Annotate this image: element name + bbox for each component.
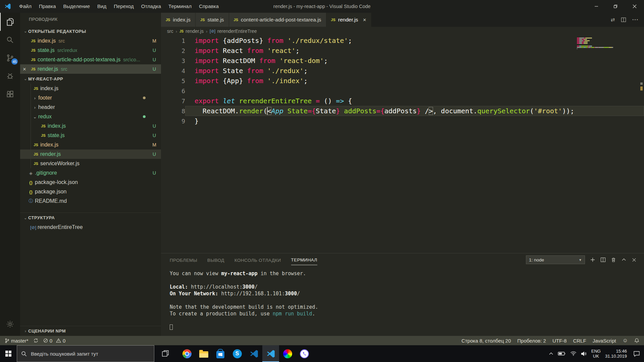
viber-app-button[interactable] <box>296 345 313 362</box>
open-editor-item[interactable]: JScontent-article-add-post-textarea.jssr… <box>20 55 161 64</box>
status-item[interactable]: Строка 8, столбец 20 <box>462 338 511 344</box>
menu-item[interactable]: Файл <box>15 0 35 13</box>
tree-item[interactable]: JSstate.jsU <box>20 131 161 140</box>
code-line[interactable]: 8 ReactDOM.render(<App State={State} add… <box>161 106 644 116</box>
tree-item[interactable]: ⌄redux <box>20 112 161 121</box>
code-line[interactable]: 7export let rerenderEntireTree = () => { <box>161 96 644 106</box>
close-icon[interactable]: ✕ <box>363 17 367 22</box>
split-terminal-icon[interactable] <box>600 257 606 262</box>
tree-item[interactable]: ⓘREADME.md <box>20 196 161 206</box>
minimap[interactable] <box>577 38 621 50</box>
open-editor-item[interactable]: JSindex.jssrcM <box>20 36 161 46</box>
tree-item[interactable]: ◈.gitignoreU <box>20 168 161 178</box>
taskbar-search-input[interactable]: Введіть пошуковий запит тут <box>17 345 154 362</box>
extensions-icon[interactable] <box>0 85 20 103</box>
chrome-app-button[interactable] <box>178 345 195 362</box>
restore-button[interactable] <box>606 0 625 13</box>
close-icon[interactable]: ✕ <box>20 67 29 72</box>
tree-item[interactable]: JSrender.jsU <box>20 149 161 159</box>
task-view-button[interactable] <box>157 345 174 362</box>
feedback-smiley-icon[interactable]: ☺ <box>623 338 628 344</box>
panel-tab[interactable]: ВЫВОД <box>207 255 224 265</box>
overview-ruler[interactable] <box>639 36 644 253</box>
tree-item[interactable]: JSindex.jsM <box>20 140 161 149</box>
editor-tab[interactable]: JSrender.js✕ <box>326 13 372 27</box>
code-line[interactable]: 5import {App} from './index'; <box>161 76 644 86</box>
panel-tab[interactable]: ТЕРМИНАЛ <box>291 254 317 265</box>
kill-terminal-icon[interactable] <box>611 257 616 262</box>
color-app-button[interactable] <box>279 345 296 362</box>
language-indicator[interactable]: ENGUK <box>591 349 601 359</box>
clock[interactable]: 15:4631.10.2019 <box>605 349 627 359</box>
close-button[interactable] <box>625 0 644 13</box>
structure-item[interactable]: [⊘]rerenderEntireTree <box>20 223 161 232</box>
file-explorer-app-button[interactable] <box>195 345 212 362</box>
structure-header[interactable]: ⌄СТРУКТУРА <box>20 213 161 223</box>
git-branch-item[interactable]: master* <box>5 338 29 344</box>
panel-tab[interactable]: ПРОБЛЕМЫ <box>170 255 197 265</box>
tray-chevron-icon[interactable] <box>549 352 553 355</box>
menu-item[interactable]: Справка <box>195 0 222 13</box>
editor-tab[interactable]: JSindex.js <box>161 13 196 27</box>
tree-item[interactable]: ›header <box>20 103 161 112</box>
tree-item[interactable]: {}package-lock.json <box>20 178 161 187</box>
wifi-icon[interactable] <box>570 351 577 356</box>
volume-icon[interactable] <box>581 351 587 356</box>
breadcrumb-item[interactable]: src <box>167 28 173 34</box>
status-item[interactable]: UTF-8 <box>552 338 567 344</box>
editor-tab[interactable]: JScontent-article-add-post-textarea.js <box>229 13 326 27</box>
minimize-button[interactable] <box>587 0 606 13</box>
problems-item[interactable]: 0 0 <box>43 338 66 344</box>
more-actions-icon[interactable]: ··· <box>632 17 639 23</box>
breadcrumb-item[interactable]: [⊘]rerenderEntireTree <box>210 28 257 34</box>
compare-changes-icon[interactable]: ⇄ <box>610 17 615 23</box>
code-line[interactable]: 4import State from './redux'; <box>161 66 644 76</box>
maximize-panel-icon[interactable] <box>621 257 627 262</box>
vscode-active-app-button[interactable] <box>262 345 279 362</box>
breadcrumb-item[interactable]: JSrender.js <box>179 28 204 34</box>
tree-item[interactable]: JSindex.jsU <box>20 121 161 131</box>
settings-gear-icon[interactable] <box>0 315 20 333</box>
sync-item[interactable] <box>34 338 38 343</box>
status-item[interactable]: CRLF <box>573 338 586 344</box>
split-editor-icon[interactable] <box>621 17 626 22</box>
status-item[interactable]: Пробелов: 2 <box>517 338 546 344</box>
notifications-bell-icon[interactable] <box>634 338 639 343</box>
store-app-button[interactable] <box>212 345 229 362</box>
battery-icon[interactable] <box>558 351 566 356</box>
code-line[interactable]: 6 <box>161 86 644 96</box>
tree-item[interactable]: ›footer <box>20 93 161 103</box>
notification-center-icon[interactable] <box>633 351 640 357</box>
skype-app-button[interactable]: S <box>229 345 246 362</box>
explorer-icon[interactable] <box>0 13 20 31</box>
code-line[interactable]: 3import ReactDOM from 'react-dom'; <box>161 56 644 66</box>
source-control-icon[interactable]: 45 <box>0 49 20 67</box>
open-editor-item[interactable]: JSstate.jssrc\reduxU <box>20 46 161 55</box>
start-button[interactable] <box>0 345 17 362</box>
menu-item[interactable]: Терминал <box>165 0 195 13</box>
npm-scripts-header[interactable]: ›СЦЕНАРИИ NPM <box>20 326 161 336</box>
project-header[interactable]: ⌄MY-REACT-APP <box>20 74 161 84</box>
terminal-selector[interactable]: 1: node▼ <box>526 255 585 264</box>
debug-icon[interactable] <box>0 67 20 85</box>
tree-item[interactable]: {}package.json <box>20 187 161 196</box>
code-line[interactable]: 2import React from 'react'; <box>161 46 644 56</box>
search-icon[interactable] <box>0 31 20 49</box>
panel-tab[interactable]: КОНСОЛЬ ОТЛАДКИ <box>234 255 281 265</box>
tree-item[interactable]: JSserviceWorker.js <box>20 159 161 168</box>
vscode-app-button[interactable] <box>246 345 262 362</box>
status-item[interactable]: JavaScript <box>593 338 616 344</box>
open-editor-item[interactable]: ✕JSrender.jssrcU <box>20 64 161 74</box>
new-terminal-icon[interactable] <box>590 257 595 262</box>
menu-item[interactable]: Выделение <box>60 0 94 13</box>
menu-item[interactable]: Вид <box>94 0 110 13</box>
code-line[interactable]: 1import {addPosts} from './redux/state'; <box>161 36 644 46</box>
tree-item[interactable]: JSindex.js <box>20 84 161 93</box>
menu-item[interactable]: Отладка <box>138 0 165 13</box>
code-line[interactable]: 9} <box>161 116 644 126</box>
code-editor[interactable]: 1import {addPosts} from './redux/state';… <box>161 36 644 253</box>
menu-item[interactable]: Правка <box>35 0 60 13</box>
open-editors-header[interactable]: ⌄ОТКРЫТЫЕ РЕДАКТОРЫ <box>20 26 161 36</box>
menu-item[interactable]: Переход <box>110 0 138 13</box>
close-panel-icon[interactable] <box>632 257 637 262</box>
